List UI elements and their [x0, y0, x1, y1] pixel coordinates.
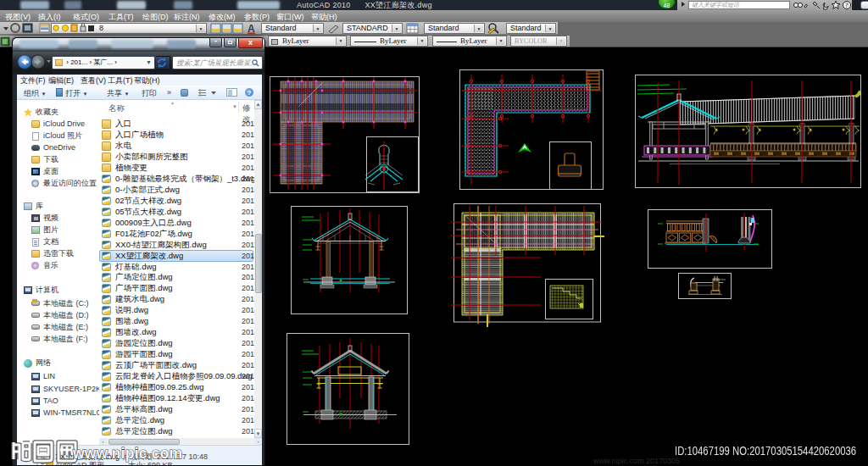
svg-text:?: ? — [845, 2, 849, 9]
svg-text:www.nipic.com: www.nipic.com — [72, 445, 182, 462]
svg-text:www.nipic.com 20170305: www.nipic.com 20170305 — [593, 457, 680, 465]
